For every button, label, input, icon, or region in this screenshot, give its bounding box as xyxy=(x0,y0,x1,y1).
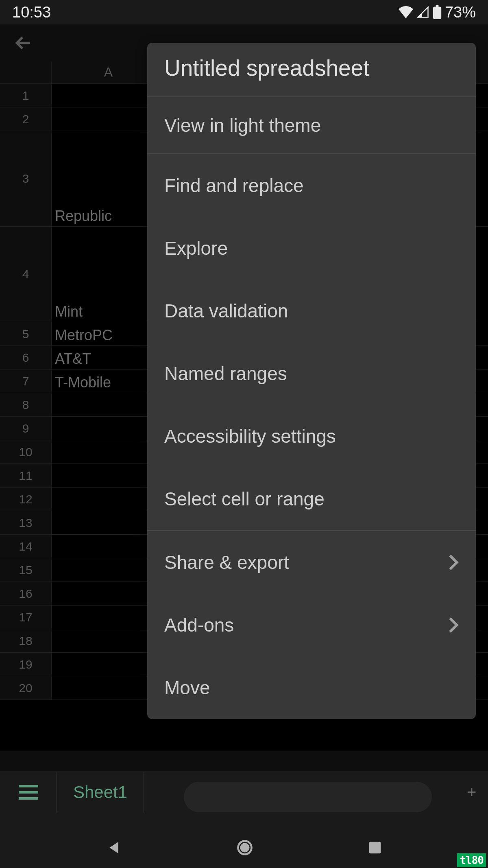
svg-rect-5 xyxy=(369,842,381,854)
menu-header: Untitled spreadsheet xyxy=(147,43,476,97)
row-header[interactable]: 2 xyxy=(0,107,52,131)
status-time: 10:53 xyxy=(12,4,51,21)
signal-icon xyxy=(416,6,429,18)
row-header[interactable]: 10 xyxy=(0,440,52,464)
row-header[interactable]: 11 xyxy=(0,464,52,487)
menu-named-ranges[interactable]: Named ranges xyxy=(147,342,476,405)
row-header[interactable]: 18 xyxy=(0,629,52,652)
add-sheet-button[interactable]: + xyxy=(455,772,488,813)
row-header[interactable]: 4 xyxy=(0,227,52,322)
row-header[interactable]: 1 xyxy=(0,84,52,107)
menu-view-light-theme[interactable]: View in light theme xyxy=(147,97,476,153)
menu-accessibility-settings[interactable]: Accessibility settings xyxy=(147,405,476,468)
row-header[interactable]: 5 xyxy=(0,322,52,345)
nav-back-icon[interactable] xyxy=(105,839,122,856)
wifi-icon xyxy=(399,6,413,18)
formula-input-bar[interactable] xyxy=(184,782,432,812)
battery-percent: 73% xyxy=(445,4,476,21)
menu-share-export[interactable]: Share & export xyxy=(147,531,476,594)
nav-home-icon[interactable] xyxy=(236,839,254,857)
menu-select-cell-range[interactable]: Select cell or range xyxy=(147,468,476,530)
hamburger-icon xyxy=(19,785,38,800)
overflow-menu: Untitled spreadsheet View in light theme… xyxy=(147,43,476,719)
row-header[interactable]: 6 xyxy=(0,346,52,369)
svg-rect-1 xyxy=(19,791,38,794)
watermark: tl80 xyxy=(457,853,486,867)
row-header[interactable]: 16 xyxy=(0,582,52,605)
menu-addons-label: Add-ons xyxy=(164,614,234,636)
row-header[interactable]: 17 xyxy=(0,606,52,629)
svg-point-4 xyxy=(241,844,248,851)
row-header[interactable]: 9 xyxy=(0,417,52,440)
svg-rect-0 xyxy=(19,785,38,787)
menu-addons[interactable]: Add-ons xyxy=(147,594,476,656)
row-header[interactable]: 8 xyxy=(0,393,52,416)
chevron-right-icon xyxy=(448,554,459,571)
sheets-menu-button[interactable] xyxy=(0,772,57,813)
row-header[interactable]: 20 xyxy=(0,676,52,700)
row-header[interactable]: 15 xyxy=(0,558,52,582)
row-header[interactable]: 13 xyxy=(0,511,52,534)
menu-explore[interactable]: Explore xyxy=(147,217,476,280)
row-header[interactable]: 3 xyxy=(0,131,52,226)
sheet-tab-active[interactable]: Sheet1 xyxy=(57,772,144,813)
row-header[interactable]: 12 xyxy=(0,488,52,511)
corner-cell[interactable] xyxy=(0,61,52,83)
nav-recent-icon[interactable] xyxy=(367,840,383,855)
status-bar: 10:53 73% xyxy=(0,0,488,24)
chevron-right-icon xyxy=(448,617,459,634)
back-arrow-icon[interactable] xyxy=(12,32,35,54)
menu-move[interactable]: Move xyxy=(147,656,476,719)
menu-share-export-label: Share & export xyxy=(164,551,289,573)
status-right: 73% xyxy=(399,4,476,21)
android-nav-bar xyxy=(0,827,488,868)
svg-rect-2 xyxy=(19,797,38,800)
row-header[interactable]: 14 xyxy=(0,535,52,558)
menu-find-replace[interactable]: Find and replace xyxy=(147,154,476,217)
menu-title: Untitled spreadsheet xyxy=(164,55,459,81)
row-header[interactable]: 7 xyxy=(0,370,52,393)
battery-icon xyxy=(433,5,442,19)
menu-data-validation[interactable]: Data validation xyxy=(147,280,476,342)
row-header[interactable]: 19 xyxy=(0,653,52,676)
